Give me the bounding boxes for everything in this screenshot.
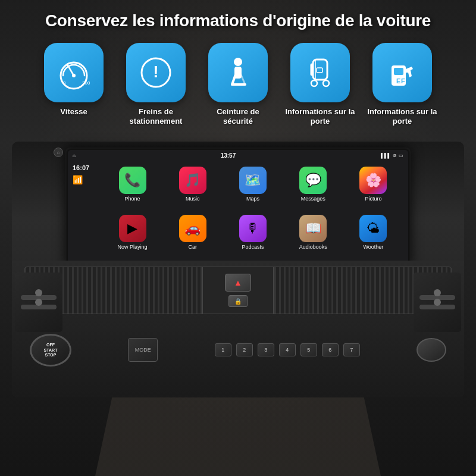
left-slider-handle[interactable] bbox=[35, 289, 42, 296]
app-icon-img-maps: 🗺️ bbox=[239, 167, 267, 194]
svg-point-14 bbox=[323, 80, 329, 86]
battery-icon: ▭ bbox=[399, 153, 403, 158]
page-wrapper: Conservez les informations d'origine de … bbox=[0, 0, 476, 476]
center-controls: ▲ 🔒 bbox=[202, 267, 274, 314]
app-icon-img-photos: 🌸 bbox=[359, 167, 387, 194]
app-music[interactable]: 🎵 Music bbox=[165, 167, 220, 210]
num-btn-6[interactable]: 6 bbox=[322, 343, 339, 356]
svg-text:0: 0 bbox=[63, 80, 66, 86]
app-icon-img-car: 🚗 bbox=[179, 215, 206, 242]
carplay-content: 16:07 📶 📞 Phone 🎵 Music 🗺️ Maps 💬 Messag… bbox=[68, 161, 408, 264]
svg-rect-16 bbox=[394, 68, 403, 75]
num-btn-7[interactable]: 7 bbox=[343, 343, 360, 356]
home-icon: ⌂ bbox=[73, 153, 76, 158]
porte1-label: Informations sur la porte bbox=[284, 107, 356, 127]
app-label-photos: Picturo bbox=[365, 196, 381, 202]
app-label-phone: Phone bbox=[125, 196, 140, 202]
app-label-weather: Woother bbox=[363, 244, 383, 250]
app-icon-img-weather: 🌤 bbox=[359, 215, 387, 242]
vents-row: ▲ 🔒 bbox=[12, 261, 464, 320]
right-slider-handle[interactable] bbox=[434, 289, 441, 296]
app-podcasts[interactable]: 🎙 Podcasts bbox=[225, 215, 280, 258]
app-icon-img-music: 🎵 bbox=[179, 167, 206, 194]
vitesse-label: Vitesse bbox=[60, 107, 87, 117]
right-knob[interactable] bbox=[416, 338, 446, 362]
app-label-messages: Messages bbox=[301, 196, 325, 202]
sidebar-time: 16:07 bbox=[73, 164, 99, 171]
num-btn-2[interactable]: 2 bbox=[236, 343, 253, 356]
statusbar-left: ⌂ bbox=[73, 153, 76, 158]
app-label-maps: Maps bbox=[246, 196, 259, 202]
freins-label: Freins de stationnement bbox=[120, 107, 192, 127]
seatbelt-icon bbox=[220, 55, 256, 90]
carplay-screen: ⌂ 13:57 ▌▌▌ ⊚ ▭ 16:07 bbox=[68, 150, 408, 264]
feature-freins: ! Freins de stationnement bbox=[120, 43, 192, 127]
wifi-icon: ⊚ bbox=[393, 153, 397, 158]
app-label-audiobooks: Audiobooks bbox=[299, 244, 327, 250]
dashboard-lower: ▲ 🔒 OFF STARTSTOP MODE bbox=[12, 261, 464, 397]
porte2-icon-box: E F bbox=[372, 43, 432, 102]
ceinture-icon-box bbox=[208, 43, 268, 102]
app-maps[interactable]: 🗺️ Maps bbox=[225, 167, 280, 210]
app-weather[interactable]: 🌤 Woother bbox=[346, 215, 401, 258]
app-label-podcasts: Podcasts bbox=[242, 244, 264, 250]
svg-text:!: ! bbox=[153, 62, 158, 81]
lock-button[interactable]: 🔒 bbox=[228, 295, 248, 307]
left-sidebar: 16:07 📶 bbox=[73, 164, 102, 261]
start-stop-text: STARTSTOP bbox=[44, 348, 58, 357]
app-label-music: Music bbox=[186, 196, 200, 202]
car-dashboard: ⌂ ⌂ 13:57 ▌▌▌ ⊚ bbox=[12, 142, 464, 397]
svg-point-7 bbox=[234, 58, 242, 66]
left-slider-handle-2[interactable] bbox=[35, 299, 42, 306]
fuel-icon: E F bbox=[384, 55, 420, 90]
right-slider-handle-2[interactable] bbox=[434, 299, 441, 306]
sidebar-wifi-icon: 📶 bbox=[73, 175, 99, 184]
app-grid: 📞 Phone 🎵 Music 🗺️ Maps 💬 Messages 🌸 Pic… bbox=[102, 164, 403, 261]
app-icon-img-audiobooks: 📖 bbox=[299, 215, 327, 242]
status-time: 13:57 bbox=[221, 152, 236, 159]
app-audiobooks[interactable]: 📖 Audiobooks bbox=[286, 215, 341, 258]
num-btn-3[interactable]: 3 bbox=[258, 343, 274, 356]
app-icon-img-podcasts: 🎙 bbox=[239, 215, 267, 242]
app-phone[interactable]: 📞 Phone bbox=[105, 167, 160, 210]
main-title: Conservez les informations d'origine de … bbox=[12, 11, 464, 31]
num-btn-4[interactable]: 4 bbox=[279, 343, 296, 356]
number-buttons: 1234567 bbox=[215, 343, 360, 356]
svg-text:E: E bbox=[396, 77, 400, 84]
parking-brake-icon: ! bbox=[138, 55, 174, 90]
num-btn-1[interactable]: 1 bbox=[215, 343, 231, 356]
side-panel-left bbox=[15, 273, 62, 332]
svg-rect-10 bbox=[311, 64, 313, 76]
num-btn-5[interactable]: 5 bbox=[300, 343, 317, 356]
left-slider-2[interactable] bbox=[21, 305, 57, 309]
right-slider-2[interactable] bbox=[419, 305, 455, 309]
top-section: Conservez les informations d'origine de … bbox=[0, 0, 476, 133]
feature-porte1: Informations sur la porte bbox=[284, 43, 356, 127]
hazard-button[interactable]: ▲ bbox=[225, 274, 251, 292]
car-section: ⌂ ⌂ 13:57 ▌▌▌ ⊚ bbox=[0, 142, 476, 397]
app-nowplaying[interactable]: ▶ Now Playing bbox=[105, 215, 160, 258]
app-icon-img-phone: 📞 bbox=[119, 167, 146, 194]
home-indicator[interactable]: ⌂ bbox=[54, 148, 63, 157]
start-stop-button[interactable]: OFF STARTSTOP bbox=[30, 334, 71, 367]
svg-rect-12 bbox=[317, 68, 322, 73]
feature-vitesse: 0 200 Vitesse bbox=[38, 43, 109, 127]
app-car[interactable]: 🚗 Car bbox=[165, 215, 220, 258]
svg-point-2 bbox=[72, 74, 76, 77]
mode-knob[interactable]: MODE bbox=[128, 338, 158, 362]
screen-inner: ⌂ 13:57 ▌▌▌ ⊚ ▭ 16:07 bbox=[68, 150, 408, 264]
feature-ceinture: Ceinture de sécurité bbox=[202, 43, 274, 127]
speedometer-icon: 0 200 bbox=[56, 55, 92, 90]
vitesse-icon-box: 0 200 bbox=[44, 43, 104, 102]
app-photos[interactable]: 🌸 Picturo bbox=[346, 167, 401, 210]
signal-icon: ▌▌▌ bbox=[381, 153, 391, 158]
svg-text:F: F bbox=[401, 77, 405, 84]
app-icon-img-nowplaying: ▶ bbox=[119, 215, 146, 242]
app-label-car: Car bbox=[189, 244, 198, 250]
app-messages[interactable]: 💬 Messages bbox=[286, 167, 341, 210]
statusbar-right: ▌▌▌ ⊚ ▭ bbox=[381, 153, 403, 158]
app-label-nowplaying: Now Playing bbox=[118, 244, 148, 250]
screen-bezel: ⌂ 13:57 ▌▌▌ ⊚ ▭ 16:07 bbox=[65, 148, 411, 267]
car-door-icon bbox=[302, 55, 338, 90]
feature-porte2: E F Informations sur la porte bbox=[367, 43, 438, 127]
